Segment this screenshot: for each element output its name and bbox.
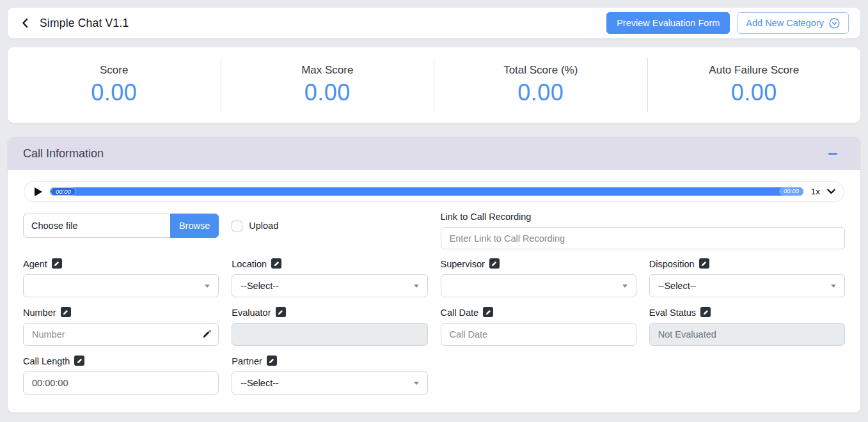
agent-field: Agent: [23, 259, 219, 297]
top-header: Simple Chat V1.1 Preview Evaluation Form…: [8, 8, 860, 38]
auto-failure-score-label: Auto Failure Score: [709, 64, 799, 77]
call-length-label: Call Length: [23, 356, 70, 366]
score-label: Score: [100, 64, 128, 77]
playback-speed-button[interactable]: 1x: [811, 187, 820, 196]
caret-down-icon: [205, 285, 210, 288]
max-score-label: Max Score: [301, 64, 353, 77]
eval-status-label: Eval Status: [649, 308, 696, 318]
preview-evaluation-form-button[interactable]: Preview Evaluation Form: [606, 12, 730, 34]
evaluator-field: Evaluator: [232, 308, 427, 346]
disposition-field: Disposition --Select--: [649, 259, 845, 297]
agent-edit-pencil-icon[interactable]: [52, 258, 62, 269]
pencil-icon[interactable]: [202, 330, 211, 339]
link-to-call-recording-block: Link to Call Recording: [441, 212, 846, 249]
call-date-field: Call Date: [441, 308, 636, 346]
call-length-field: Call Length: [23, 356, 219, 395]
supervisor-edit-pencil-icon[interactable]: [489, 258, 500, 269]
score-column: Score 0.00: [8, 58, 221, 113]
auto-failure-score-column: Auto Failure Score 0.00: [647, 58, 861, 113]
evaluator-input-disabled: [232, 323, 427, 346]
player-chevron-down-icon[interactable]: [826, 187, 836, 196]
location-field: Location --Select--: [232, 259, 427, 297]
file-input-group: Choose file Browse: [23, 214, 219, 238]
total-score-value: 0.00: [517, 79, 564, 106]
number-edit-pencil-icon[interactable]: [61, 307, 71, 317]
browse-button[interactable]: Browse: [170, 214, 219, 238]
total-score-label: Total Score (%): [503, 64, 578, 77]
agent-select[interactable]: [23, 274, 219, 297]
caret-down-icon: [831, 285, 836, 288]
add-new-category-button[interactable]: Add New Category: [737, 12, 849, 34]
upload-row: Choose file Browse Upload Link to Call R…: [16, 212, 852, 249]
max-score-value: 0.00: [304, 79, 351, 106]
disposition-edit-pencil-icon[interactable]: [699, 258, 709, 269]
call-information-title: Call Information: [23, 147, 104, 160]
eval-status-field: Eval Status Not Evaluated: [649, 308, 845, 346]
chevron-down-circle-icon: [829, 18, 840, 29]
choose-file-input[interactable]: Choose file: [23, 214, 170, 238]
partner-field: Partner --Select--: [232, 356, 427, 395]
number-input[interactable]: [23, 323, 219, 346]
location-label: Location: [232, 259, 267, 269]
eval-status-edit-pencil-icon[interactable]: [700, 307, 711, 317]
evaluator-edit-pencil-icon[interactable]: [276, 307, 286, 317]
audio-player: 00:00 00:00 1x: [24, 181, 844, 202]
supervisor-label: Supervisor: [441, 259, 485, 269]
agent-label: Agent: [23, 259, 47, 269]
disposition-select-value: --Select--: [658, 281, 697, 291]
caret-down-icon: [414, 285, 419, 288]
location-select[interactable]: --Select--: [232, 274, 427, 297]
link-to-call-recording-label: Link to Call Recording: [441, 212, 846, 222]
partner-edit-pencil-icon[interactable]: [267, 356, 277, 366]
call-fields-grid: Agent Location --Select--: [16, 259, 852, 395]
partner-select[interactable]: --Select--: [232, 371, 427, 395]
number-label: Number: [23, 308, 56, 318]
upload-checkbox[interactable]: [232, 221, 242, 231]
link-to-call-recording-input[interactable]: [441, 227, 846, 249]
score-value: 0.00: [91, 79, 137, 106]
play-icon[interactable]: [35, 187, 42, 196]
add-new-category-label: Add New Category: [746, 18, 824, 28]
location-select-value: --Select--: [241, 281, 279, 291]
evaluator-label: Evaluator: [232, 308, 271, 318]
auto-failure-score-value: 0.00: [731, 79, 777, 106]
score-summary-card: Score 0.00 Max Score 0.00 Total Score (%…: [8, 47, 860, 123]
duration-chip: 00:00: [779, 187, 803, 196]
current-time-chip: 00:00: [51, 187, 76, 196]
disposition-label: Disposition: [649, 259, 695, 269]
upload-checkbox-label: Upload: [249, 221, 278, 231]
call-date-edit-pencil-icon[interactable]: [483, 307, 493, 317]
disposition-select[interactable]: --Select--: [649, 274, 845, 297]
call-information-section: Call Information 00:00 00:00 1x Choose f…: [8, 137, 860, 412]
partner-select-value: --Select--: [241, 378, 279, 388]
caret-down-icon: [414, 382, 419, 385]
call-length-edit-pencil-icon[interactable]: [74, 356, 84, 366]
upload-checkbox-group: Upload: [232, 214, 427, 238]
caret-down-icon: [622, 285, 627, 288]
call-length-input[interactable]: [23, 371, 219, 395]
call-date-input[interactable]: [441, 323, 636, 346]
supervisor-field: Supervisor: [441, 259, 636, 297]
page-title: Simple Chat V1.1: [40, 17, 129, 30]
back-icon[interactable]: [20, 17, 31, 29]
eval-status-input-disabled: Not Evaluated: [649, 323, 845, 346]
call-information-body: 00:00 00:00 1x Choose file Browse Upload…: [8, 170, 860, 412]
number-field: Number: [23, 308, 219, 346]
supervisor-select[interactable]: [441, 274, 636, 297]
collapse-minus-icon[interactable]: [825, 149, 841, 159]
eval-status-value: Not Evaluated: [658, 329, 716, 340]
audio-seek-bar[interactable]: 00:00 00:00: [50, 187, 803, 196]
header-actions: Preview Evaluation Form Add New Category: [606, 12, 849, 34]
call-information-header: Call Information: [8, 137, 860, 170]
location-edit-pencil-icon[interactable]: [271, 258, 281, 269]
max-score-column: Max Score 0.00: [221, 58, 434, 113]
partner-label: Partner: [232, 356, 262, 366]
call-date-label: Call Date: [441, 308, 479, 318]
total-score-column: Total Score (%) 0.00: [434, 58, 647, 113]
